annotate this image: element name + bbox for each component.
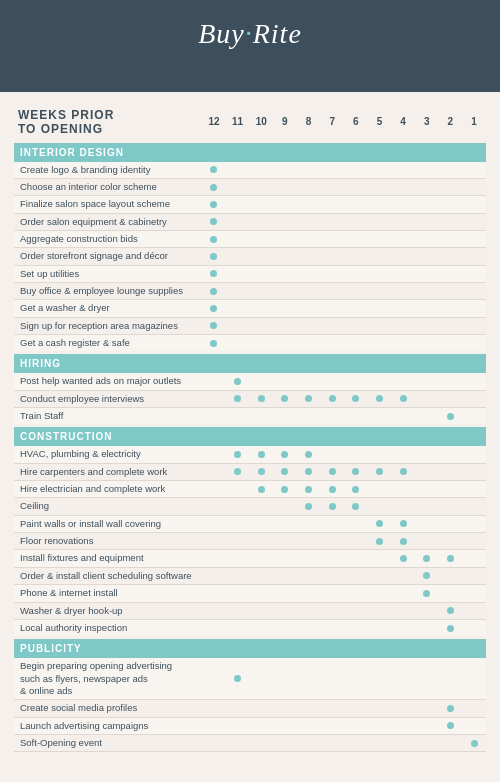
week-cell-w12: [202, 734, 226, 751]
week-cell-w8: [297, 213, 321, 230]
week-cell-w4: [391, 463, 415, 480]
week-cell-w8: [297, 162, 321, 179]
dot-indicator: [210, 305, 217, 312]
dot-indicator: [234, 451, 241, 458]
week-cell-w1: [462, 481, 486, 498]
week-cell-w6: [344, 373, 368, 390]
week-cell-w2: [439, 700, 463, 717]
week-cell-w3: [415, 602, 439, 619]
dot-indicator: [210, 340, 217, 347]
week-cell-w11: [226, 162, 250, 179]
week-cell-w2: [439, 248, 463, 265]
week-cell-w5: [368, 446, 392, 463]
week-cell-w6: [344, 390, 368, 407]
week-cell-w9: [273, 300, 297, 317]
week-cell-w11: [226, 585, 250, 602]
week-cell-w5: [368, 567, 392, 584]
week-cell-w2: [439, 230, 463, 247]
week-cell-w6: [344, 734, 368, 751]
week-cell-w4: [391, 283, 415, 300]
week-cell-w6: [344, 162, 368, 179]
week-cell-w4: [391, 515, 415, 532]
dot-indicator: [447, 413, 454, 420]
week-cell-w5: [368, 300, 392, 317]
week-cell-w9: [273, 567, 297, 584]
week-cell-w12: [202, 717, 226, 734]
week-cell-w9: [273, 481, 297, 498]
week-cell-w9: [273, 619, 297, 637]
week-cell-w1: [462, 390, 486, 407]
task-label: Install fixtures and equipment: [14, 550, 202, 567]
week-cell-w2: [439, 335, 463, 353]
week-cell-w9: [273, 265, 297, 282]
week-cell-w8: [297, 602, 321, 619]
week-cell-w7: [320, 408, 344, 426]
week-cell-w3: [415, 734, 439, 751]
task-label: Get a washer & dryer: [14, 300, 202, 317]
dot-indicator: [352, 468, 359, 475]
week-cell-w11: [226, 196, 250, 213]
week-cell-w3: [415, 717, 439, 734]
dot-indicator: [471, 740, 478, 747]
task-label: Buy office & employee lounge supplies: [14, 283, 202, 300]
week-cell-w12: [202, 248, 226, 265]
week-cell-w1: [462, 585, 486, 602]
dot-indicator: [400, 468, 407, 475]
week-cell-w7: [320, 446, 344, 463]
week-cell-w5: [368, 317, 392, 334]
week-cell-w5: [368, 178, 392, 195]
dot-indicator: [329, 395, 336, 402]
dot-indicator: [329, 486, 336, 493]
dot-indicator: [400, 520, 407, 527]
week-cell-w6: [344, 602, 368, 619]
task-label: Local authority inspection: [14, 619, 202, 637]
week-cell-w5: [368, 248, 392, 265]
week-cell-w5: [368, 373, 392, 390]
week-cell-w10: [249, 717, 273, 734]
week-cell-w3: [415, 533, 439, 550]
task-label: Begin preparing opening advertisingsuch …: [14, 658, 202, 700]
week-cell-w2: [439, 619, 463, 637]
week-cell-w10: [249, 265, 273, 282]
week-cell-w4: [391, 567, 415, 584]
dot-indicator: [258, 451, 265, 458]
week-cell-w7: [320, 178, 344, 195]
task-label: Ceiling: [14, 498, 202, 515]
week-cell-w5: [368, 162, 392, 179]
task-label: Hire carpenters and complete work: [14, 463, 202, 480]
week-header-row: WEEKS PRIORTO OPENING 12 11 10 9 8 7 6 5…: [14, 104, 486, 142]
week-cell-w7: [320, 335, 344, 353]
dot-indicator: [234, 395, 241, 402]
week-cell-w5: [368, 230, 392, 247]
weeks-label: WEEKS PRIORTO OPENING: [14, 104, 202, 142]
week-cell-w4: [391, 481, 415, 498]
section-header-construction: CONSTRUCTION: [14, 426, 486, 447]
week-cell-w2: [439, 717, 463, 734]
week-cell-w12: [202, 408, 226, 426]
week-cell-w12: [202, 265, 226, 282]
week-cell-w6: [344, 700, 368, 717]
week-cell-w4: [391, 658, 415, 700]
week-1: 1: [462, 104, 486, 142]
dot-indicator: [210, 166, 217, 173]
week-cell-w8: [297, 717, 321, 734]
week-cell-w3: [415, 550, 439, 567]
week-cell-w1: [462, 300, 486, 317]
week-cell-w2: [439, 446, 463, 463]
table-row: Order & install client scheduling softwa…: [14, 567, 486, 584]
week-6: 6: [344, 104, 368, 142]
week-9: 9: [273, 104, 297, 142]
week-cell-w2: [439, 515, 463, 532]
week-cell-w4: [391, 178, 415, 195]
task-label: Get a cash register & safe: [14, 335, 202, 353]
week-cell-w5: [368, 463, 392, 480]
week-cell-w10: [249, 300, 273, 317]
week-12: 12: [202, 104, 226, 142]
table-row: Buy office & employee lounge supplies: [14, 283, 486, 300]
week-cell-w11: [226, 248, 250, 265]
week-cell-w3: [415, 658, 439, 700]
week-cell-w4: [391, 734, 415, 751]
week-cell-w6: [344, 317, 368, 334]
week-cell-w8: [297, 734, 321, 751]
logo: Buy·Rite: [198, 18, 302, 50]
